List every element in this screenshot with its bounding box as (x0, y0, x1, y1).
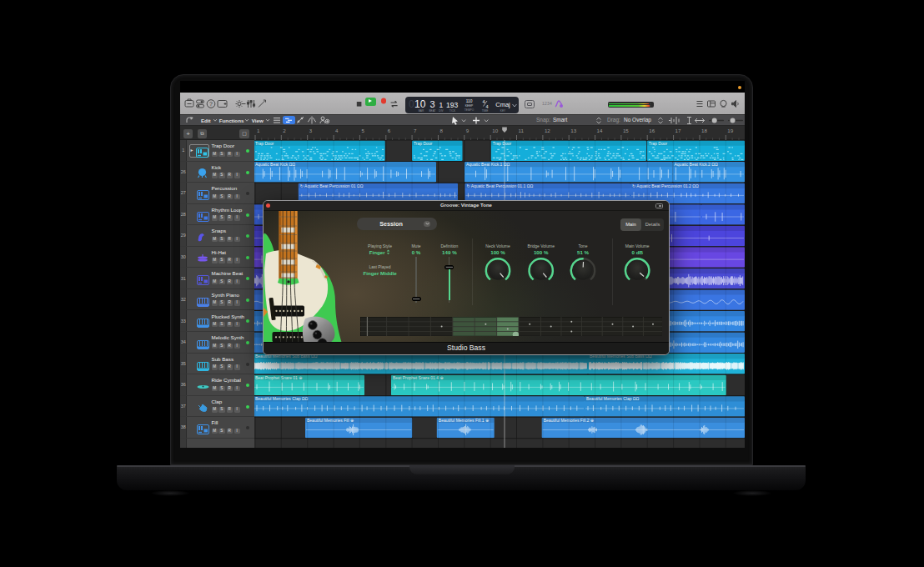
svg-text:↻ Aquatic Beat Percussion 01.2: ↻ Aquatic Beat Percussion 01.2 ΩΩ (632, 183, 699, 188)
svg-text:Trap Door: Trap Door (493, 141, 512, 146)
svg-text:Beat Prophet Snare 01 ⊕: Beat Prophet Snare 01 ⊕ (255, 375, 302, 380)
svg-text:Trap Door: Trap Door (414, 141, 433, 146)
svg-text:3: 3 (430, 99, 435, 109)
svg-text:Aquatic Beat Kick.1 ΩΩ: Aquatic Beat Kick.1 ΩΩ (466, 162, 510, 167)
svg-text:110: 110 (466, 99, 473, 103)
svg-text:Aquatic Beat Kick.2 ΩΩ: Aquatic Beat Kick.2 ΩΩ (675, 162, 718, 167)
svg-text:↻ Aquatic Beat Percussion 01.1: ↻ Aquatic Beat Percussion 01.1 ΩΩ (466, 183, 533, 188)
svg-text:Trap Door: Trap Door (255, 141, 274, 146)
svg-text:KEY: KEY (500, 109, 506, 113)
svg-text:Beautiful Memories Fill.1 ⊕: Beautiful Memories Fill.1 ⊕ (439, 418, 489, 423)
svg-text:↻ Aquatic Beat Percussion 01: ↻ Aquatic Beat Percussion 01 ΩΩ (300, 183, 364, 188)
svg-text:KEEP: KEEP (465, 104, 474, 108)
svg-text:?: ? (209, 101, 213, 107)
svg-text:Beat Prophet Snare 01.4 ⊕: Beat Prophet Snare 01.4 ⊕ (393, 375, 444, 380)
svg-text:Aquatic Beat Kick ΩΩ: Aquatic Beat Kick ΩΩ (255, 162, 295, 167)
svg-text:TIME: TIME (482, 109, 489, 113)
svg-text:DIV: DIV (439, 109, 444, 113)
svg-text:1: 1 (439, 101, 444, 109)
svg-text:0: 0 (409, 98, 414, 110)
svg-text:Trap Door: Trap Door (649, 141, 668, 146)
svg-text:Beautiful Memories Clap ΩΩ: Beautiful Memories Clap ΩΩ (586, 396, 640, 401)
svg-text:4: 4 (482, 99, 485, 104)
svg-text:BEAT: BEAT (429, 109, 435, 113)
svg-text:BAR: BAR (419, 109, 424, 113)
svg-text:TICK: TICK (449, 109, 456, 113)
svg-text:Beautiful Memories Fill ⊕: Beautiful Memories Fill ⊕ (307, 418, 354, 423)
svg-text:TEMPO: TEMPO (465, 108, 475, 112)
svg-text:193: 193 (446, 101, 458, 109)
svg-text:Cmaj: Cmaj (495, 101, 510, 108)
svg-text:10: 10 (414, 98, 426, 110)
